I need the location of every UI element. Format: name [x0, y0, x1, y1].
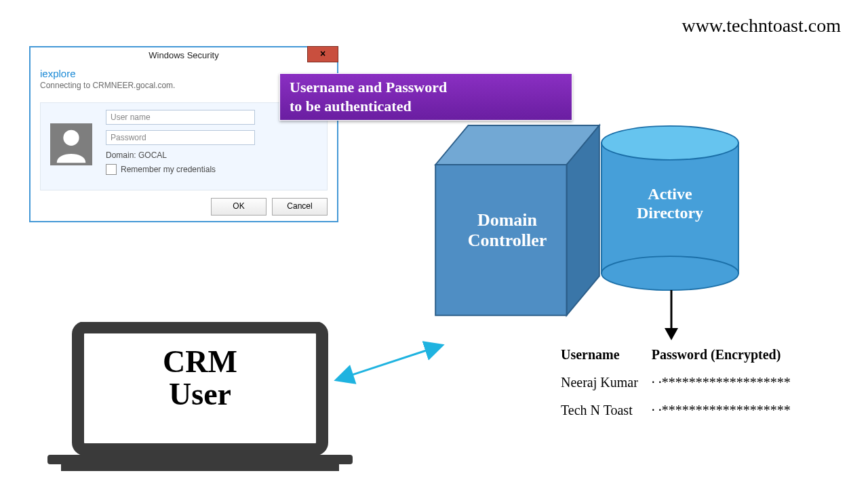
- svg-point-6: [601, 256, 738, 290]
- remember-credentials-row: Remember my credentials: [106, 164, 319, 175]
- table-cell-user: Tech N Toast: [561, 397, 650, 424]
- close-icon: ×: [320, 48, 326, 59]
- dialog-titlebar: Windows Security ×: [31, 47, 337, 64]
- table-row: Neeraj Kumar · ·*******************: [561, 369, 803, 396]
- crm-user-label-1: CRM: [92, 346, 309, 378]
- auth-callout: Username and Password to be authenticate…: [279, 73, 572, 121]
- active-directory-label-1: Active: [595, 184, 745, 203]
- cancel-button[interactable]: Cancel: [272, 198, 328, 216]
- active-directory-shape: Active Directory: [595, 123, 745, 293]
- password-input[interactable]: Password: [106, 130, 255, 145]
- dialog-title: Windows Security: [149, 50, 218, 60]
- user-to-dc-arrow-icon: [332, 340, 448, 388]
- svg-line-16: [338, 346, 441, 380]
- user-avatar-icon: [50, 123, 92, 165]
- crm-user-label-2: User: [92, 378, 309, 411]
- table-cell-pwd: · ·*******************: [652, 397, 803, 424]
- website-watermark: www.techntoast.com: [682, 15, 841, 37]
- table-col-username: Username: [561, 342, 650, 368]
- svg-rect-13: [61, 464, 339, 471]
- svg-point-7: [601, 126, 738, 160]
- svg-rect-12: [47, 455, 353, 464]
- crm-user-label: CRM User: [92, 346, 309, 411]
- svg-point-1: [63, 130, 79, 146]
- svg-marker-9: [665, 328, 678, 340]
- domain-label: Domain: GOCAL: [106, 150, 319, 160]
- username-input[interactable]: User name: [106, 110, 255, 125]
- directory-to-table-arrow-icon: [663, 290, 679, 342]
- domain-controller-label-2: Controller: [433, 230, 582, 251]
- callout-line1: Username and Password: [290, 78, 562, 97]
- remember-credentials-checkbox[interactable]: [106, 164, 117, 175]
- ok-button[interactable]: OK: [211, 198, 267, 216]
- callout-line2: to be authenticated: [290, 97, 562, 116]
- credentials-table: Username Password (Encrypted) Neeraj Kum…: [559, 340, 804, 425]
- table-col-password: Password (Encrypted): [652, 342, 803, 368]
- table-cell-user: Neeraj Kumar: [561, 369, 650, 396]
- table-cell-pwd: · ·*******************: [652, 369, 803, 396]
- windows-security-dialog: Windows Security × iexplore Connecting t…: [29, 46, 338, 222]
- close-button[interactable]: ×: [307, 46, 338, 62]
- remember-credentials-label: Remember my credentials: [121, 165, 216, 174]
- domain-controller-shape: Domain Controller: [433, 125, 602, 322]
- domain-controller-label-1: Domain: [433, 210, 582, 230]
- active-directory-label-2: Directory: [595, 203, 745, 222]
- table-row: Tech N Toast · ·*******************: [561, 397, 803, 424]
